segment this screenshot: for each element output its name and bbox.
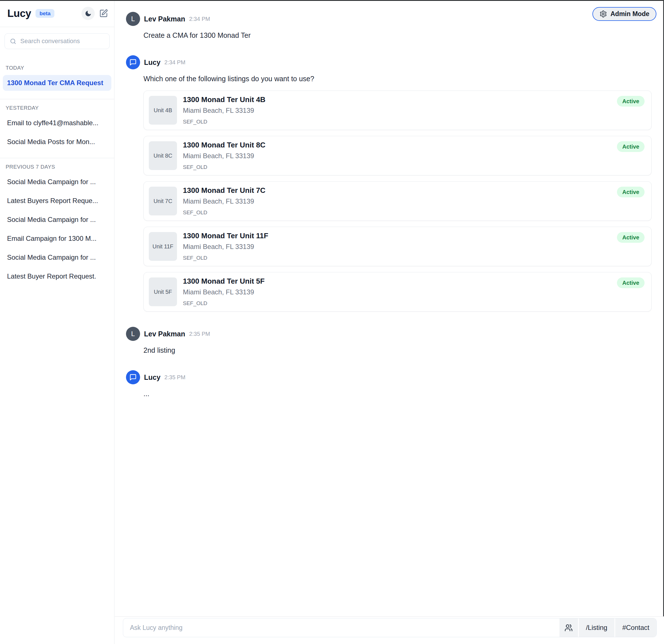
message-text: Create a CMA for 1300 Monad Ter xyxy=(143,31,651,40)
listing-info: 1300 Monad Ter Unit 7C Miami Beach, FL 3… xyxy=(183,186,645,216)
sidebar-item-label: Latest Buyers Report Reque... xyxy=(7,197,98,205)
message-header: L Lev Pakman 2:34 PM xyxy=(126,12,651,26)
message-text: 2nd listing xyxy=(143,346,651,355)
sidebar-item-label: Email Campaign for 1300 M... xyxy=(7,235,97,242)
search-input[interactable] xyxy=(20,38,105,45)
sidebar-item-buyers-report[interactable]: Latest Buyers Report Reque... xyxy=(3,193,111,209)
moon-icon xyxy=(85,10,92,17)
listing-location: Miami Beach, FL 33139 xyxy=(183,243,645,251)
status-badge: Active xyxy=(617,278,645,288)
sidebar-item-social-campaign-3[interactable]: Social Media Campaign for ... xyxy=(3,249,111,265)
status-badge: Active xyxy=(617,187,645,197)
sidebar-section-today: TODAY 1300 Monad Ter CMA Request xyxy=(0,55,114,97)
message-timestamp: 2:35 PM xyxy=(164,374,185,381)
sidebar-item-social-campaign-1[interactable]: Social Media Campaign for ... xyxy=(3,174,111,190)
sidebar-item-label: Email to clyffe41@mashable... xyxy=(7,119,98,127)
message-author: Lev Pakman xyxy=(144,15,185,23)
message-timestamp: 2:35 PM xyxy=(189,331,210,337)
message-text: Which one of the following listings do y… xyxy=(143,74,651,83)
users-icon xyxy=(564,624,573,632)
window-top-edge xyxy=(0,0,664,1)
search-box[interactable] xyxy=(4,33,110,49)
listing-source: SEF_OLD xyxy=(183,255,645,261)
listing-thumbnail: Unit 5F xyxy=(149,278,177,306)
message: Lucy 2:35 PM ... xyxy=(126,370,651,398)
listing-title: 1300 Monad Ter Unit 5F xyxy=(183,277,645,286)
sidebar-item-label: Social Media Posts for Mon... xyxy=(7,138,95,146)
admin-mode-label: Admin Mode xyxy=(610,10,649,18)
listing-info: 1300 Monad Ter Unit 11F Miami Beach, FL … xyxy=(183,232,645,261)
listing-thumbnail: Unit 11F xyxy=(149,232,177,261)
message-timestamp: 2:34 PM xyxy=(164,59,185,66)
avatar xyxy=(126,370,140,384)
listing-card-unit-8c[interactable]: Unit 8C 1300 Monad Ter Unit 8C Miami Bea… xyxy=(143,136,651,175)
listing-card-unit-5f[interactable]: Unit 5F 1300 Monad Ter Unit 5F Miami Bea… xyxy=(143,272,651,311)
sidebar-item-email[interactable]: Email to clyffe41@mashable... xyxy=(3,115,111,131)
dark-mode-toggle-button[interactable] xyxy=(81,7,95,20)
sidebar-header: Lucy beta xyxy=(0,0,114,27)
avatar: L xyxy=(126,12,140,26)
message: Lucy 2:34 PM Which one of the following … xyxy=(126,55,651,311)
status-badge: Active xyxy=(617,232,645,243)
edit-square-icon xyxy=(99,9,108,18)
sidebar: Lucy beta TODAY xyxy=(0,0,115,644)
sidebar-item-label: Social Media Campaign for ... xyxy=(7,254,96,261)
status-badge: Active xyxy=(617,141,645,152)
gear-icon xyxy=(599,10,607,18)
listing-card-unit-4b[interactable]: Unit 4B 1300 Monad Ter Unit 4B Miami Bea… xyxy=(143,90,651,130)
status-badge: Active xyxy=(617,96,645,106)
sidebar-item-label: Social Media Campaign for ... xyxy=(7,178,96,186)
chat-bubble-icon xyxy=(129,59,137,66)
listing-info: 1300 Monad Ter Unit 4B Miami Beach, FL 3… xyxy=(183,96,645,125)
chat-bubble-icon xyxy=(129,374,137,381)
message-header: L Lev Pakman 2:35 PM xyxy=(126,327,651,341)
listing-location: Miami Beach, FL 33139 xyxy=(183,288,645,296)
people-button[interactable] xyxy=(559,618,578,637)
listing-thumbnail: Unit 8C xyxy=(149,141,177,170)
composer: /Listing #Contact xyxy=(115,616,664,644)
sidebar-section-yesterday: YESTERDAY Email to clyffe41@mashable... … xyxy=(0,101,114,156)
message-list: L Lev Pakman 2:34 PM Create a CMA for 13… xyxy=(115,0,663,616)
app-title: Lucy xyxy=(7,7,31,19)
avatar: L xyxy=(126,327,140,341)
message-timestamp: 2:34 PM xyxy=(189,16,210,22)
sidebar-item-social-posts[interactable]: Social Media Posts for Mon... xyxy=(3,134,111,150)
sidebar-item-buyer-report[interactable]: Latest Buyer Report Request. xyxy=(3,268,111,284)
hash-contact-button[interactable]: #Contact xyxy=(615,618,657,637)
composer-input[interactable] xyxy=(123,618,559,637)
admin-mode-button[interactable]: Admin Mode xyxy=(593,7,657,21)
listing-card-unit-11f[interactable]: Unit 11F 1300 Monad Ter Unit 11F Miami B… xyxy=(143,227,651,266)
sidebar-item-cma-request[interactable]: 1300 Monad Ter CMA Request xyxy=(3,75,111,91)
listing-card-list: Unit 4B 1300 Monad Ter Unit 4B Miami Bea… xyxy=(143,90,651,311)
chat-area: Admin Mode L Lev Pakman 2:34 PM Create a… xyxy=(115,0,664,644)
sidebar-item-email-campaign[interactable]: Email Campaign for 1300 M... xyxy=(3,230,111,246)
sidebar-item-label: Latest Buyer Report Request. xyxy=(7,273,96,280)
message-header: Lucy 2:35 PM xyxy=(126,370,651,384)
message-author: Lucy xyxy=(144,58,160,66)
listing-title: 1300 Monad Ter Unit 7C xyxy=(183,186,645,195)
search-area xyxy=(0,27,114,55)
listing-location: Miami Beach, FL 33139 xyxy=(183,152,645,160)
composer-input-row: /Listing #Contact xyxy=(123,618,657,637)
listing-thumbnail: Unit 7C xyxy=(149,187,177,216)
message-author: Lev Pakman xyxy=(144,330,185,338)
slash-listing-button[interactable]: /Listing xyxy=(579,618,615,637)
sidebar-section-previous-7-days: PREVIOUS 7 DAYS Social Media Campaign fo… xyxy=(0,160,114,290)
listing-card-unit-7c[interactable]: Unit 7C 1300 Monad Ter Unit 7C Miami Bea… xyxy=(143,181,651,221)
divider xyxy=(0,99,114,99)
avatar-initial: L xyxy=(131,330,135,338)
sidebar-item-social-campaign-2[interactable]: Social Media Campaign for ... xyxy=(3,212,111,227)
avatar xyxy=(126,55,140,69)
section-label: YESTERDAY xyxy=(3,105,111,115)
sidebar-item-label: Social Media Campaign for ... xyxy=(7,216,96,224)
listing-source: SEF_OLD xyxy=(183,164,645,170)
message: L Lev Pakman 2:35 PM 2nd listing xyxy=(126,327,651,355)
search-icon xyxy=(9,38,17,45)
new-conversation-button[interactable] xyxy=(99,9,108,18)
listing-location: Miami Beach, FL 33139 xyxy=(183,106,645,115)
section-label: PREVIOUS 7 DAYS xyxy=(3,164,111,174)
sidebar-item-label: 1300 Monad Ter CMA Request xyxy=(7,79,103,87)
listing-title: 1300 Monad Ter Unit 4B xyxy=(183,96,645,104)
message-text: ... xyxy=(143,389,651,398)
listing-thumbnail: Unit 4B xyxy=(149,96,177,125)
